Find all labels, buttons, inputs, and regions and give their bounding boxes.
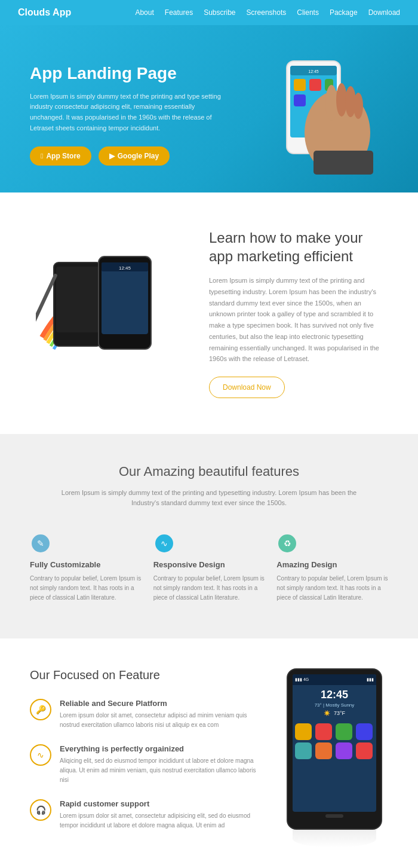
- samsung-screen: ▮▮▮ 4G ▮▮▮ 12:45 73° | Mostly Sunny ☀️ 7…: [293, 674, 376, 812]
- focused-item-reliable: 🔑 Reliable and Secure Platform Lorem ips…: [30, 699, 257, 730]
- samsung-weather: ☀️ 73°F: [293, 708, 376, 719]
- nav-logo: Clouds App: [18, 7, 71, 18]
- hero-phone-illustration: 12:45: [233, 55, 400, 175]
- app-icon-8: [356, 742, 373, 759]
- hero-section: App Landing Page Lorem Ipsum is simply d…: [0, 25, 418, 192]
- hero-buttons:  App Store ▶ Google Play: [30, 146, 221, 166]
- phone-reflection: [293, 830, 376, 848]
- app-icon-6: [315, 742, 332, 759]
- focused-item-organized: ∿ Everything is perfectly orgainized Ali…: [30, 744, 257, 785]
- svg-rect-15: [314, 151, 373, 175]
- app-icon-1: [295, 723, 312, 740]
- samsung-phone: ▮▮▮ 4G ▮▮▮ 12:45 73° | Mostly Sunny ☀️ 7…: [287, 668, 382, 830]
- focused-title: Our Focused on Feature: [30, 668, 257, 682]
- samsung-app-grid: [293, 719, 376, 764]
- feature-text-3: Contrary to popular belief, Lorem Ipsum …: [276, 574, 388, 603]
- learn-illustration: 12:45: [30, 247, 185, 379]
- nav-subscribe[interactable]: Subscribe: [204, 8, 235, 17]
- features-section: Our Amazing beautiful features Lorem Ips…: [0, 434, 418, 638]
- focused-content: Our Focused on Feature 🔑 Reliable and Se…: [30, 668, 257, 845]
- feature-text-1: Contrary to popular belief, Lorem Ipsum …: [30, 574, 142, 603]
- battery-indicator: ▮▮▮: [367, 677, 374, 682]
- learn-title: Learn how to make your app marketing eff…: [209, 228, 388, 265]
- navigation: Clouds App About Features Subscribe Scre…: [0, 0, 418, 25]
- feature-icon-pencil: ✎: [30, 533, 51, 554]
- weather-icon: ☀️: [324, 710, 330, 716]
- samsung-date: 73° | Mostly Sunny: [293, 702, 376, 708]
- recycle-icon: ♻: [278, 534, 296, 552]
- feature-title-2: Responsive Design: [153, 560, 265, 569]
- feature-item-amazing: ♻ Amazing Design Contrary to popular bel…: [276, 533, 388, 603]
- googleplay-label: Google Play: [118, 152, 159, 160]
- app-icon-4: [356, 723, 373, 740]
- svg-text:12:45: 12:45: [308, 69, 319, 74]
- feature-item-responsive: ∿ Responsive Design Contrary to popular …: [153, 533, 265, 603]
- appstore-label: App Store: [46, 152, 80, 160]
- focused-phone: ▮▮▮ 4G ▮▮▮ 12:45 73° | Mostly Sunny ☀️ 7…: [281, 668, 388, 848]
- feature-title-3: Amazing Design: [276, 560, 388, 569]
- focused-desc-3: Lorem ipsum dolor sit amet, consectetur …: [60, 811, 257, 830]
- feature-text-2: Contrary to popular belief, Lorem Ipsum …: [153, 574, 265, 603]
- nav-clients[interactable]: Clients: [297, 8, 319, 17]
- focused-text-organized: Everything is perfectly orgainized Aliqi…: [60, 744, 257, 785]
- focused-text-support: Rapid customer support Lorem ipsum dolor…: [60, 799, 257, 830]
- apple-icon: : [41, 152, 43, 160]
- samsung-home-button: [325, 814, 343, 818]
- nav-about[interactable]: About: [135, 8, 153, 17]
- feature-icon-recycle: ♻: [276, 533, 298, 554]
- hero-text: App Landing Page Lorem Ipsum is simply d…: [30, 64, 221, 166]
- focused-desc-2: Aliqicing elit, sed do eiusmod tempor in…: [60, 756, 257, 785]
- focused-text-reliable: Reliable and Secure Platform Lorem ipsum…: [60, 699, 257, 730]
- focused-item-support: 🎧 Rapid customer support Lorem ipsum dol…: [30, 799, 257, 830]
- nav-download[interactable]: Download: [368, 8, 400, 17]
- nav-links: About Features Subscribe Screenshots Cli…: [135, 8, 400, 17]
- hero-description: Lorem Ipsum is simply dummy text of the …: [30, 91, 221, 133]
- app-icon-7: [336, 742, 352, 759]
- svg-point-11: [325, 85, 337, 121]
- focused-section: Our Focused on Feature 🔑 Reliable and Se…: [0, 638, 418, 868]
- key-icon: 🔑: [30, 699, 51, 720]
- svg-rect-5: [309, 79, 321, 91]
- wifi-icon: ∿: [155, 534, 173, 552]
- focused-title-1: Reliable and Secure Platform: [60, 699, 257, 708]
- headset-icon: 🎧: [30, 799, 51, 821]
- svg-rect-4: [294, 79, 306, 91]
- pencil-icon: ✎: [32, 534, 50, 552]
- feature-item-customizable: ✎ Fully Customizable Contrary to popular…: [30, 533, 142, 603]
- focused-title-3: Rapid customer support: [60, 799, 257, 808]
- svg-text:12:45: 12:45: [119, 265, 131, 271]
- learn-phones: 12:45: [36, 253, 179, 373]
- signal-indicator: ▮▮▮ 4G: [295, 677, 309, 682]
- hero-title: App Landing Page: [30, 64, 221, 83]
- feature-icon-wifi: ∿: [153, 533, 175, 554]
- app-icon-2: [315, 723, 332, 740]
- svg-rect-18: [56, 267, 99, 332]
- learn-content: Learn how to make your app marketing eff…: [209, 228, 388, 398]
- svg-rect-7: [294, 94, 306, 106]
- appstore-button[interactable]:  App Store: [30, 146, 91, 166]
- nav-package[interactable]: Package: [330, 8, 358, 17]
- feature-title-1: Fully Customizable: [30, 560, 142, 569]
- googleplay-button[interactable]: ▶ Google Play: [99, 146, 170, 166]
- focused-desc-1: Lorem ipsum dolor sit amet, consectetur …: [60, 711, 257, 730]
- features-description: Lorem Ipsum is simply dummy text of the …: [60, 488, 358, 509]
- nav-features[interactable]: Features: [165, 8, 193, 17]
- learn-description: Lorem Ipsum is simply dummy text of the …: [209, 275, 388, 365]
- focused-title-2: Everything is perfectly orgainized: [60, 744, 257, 753]
- nav-screenshots[interactable]: Screenshots: [247, 8, 287, 17]
- svg-point-14: [354, 93, 363, 119]
- app-icon-5: [295, 742, 312, 759]
- learn-section: 12:45 Learn how to make your app marketi…: [0, 192, 418, 434]
- weather-temp: 73°F: [334, 710, 345, 716]
- wifi-focused-icon: ∿: [30, 744, 51, 766]
- download-button[interactable]: Download Now: [209, 377, 285, 398]
- features-grid: ✎ Fully Customizable Contrary to popular…: [30, 533, 388, 603]
- svg-rect-20: [102, 262, 148, 334]
- samsung-time: 12:45: [293, 685, 376, 702]
- samsung-status-bar: ▮▮▮ 4G ▮▮▮: [293, 674, 376, 685]
- play-icon: ▶: [109, 152, 115, 160]
- app-icon-3: [336, 723, 352, 740]
- features-title: Our Amazing beautiful features: [30, 464, 388, 479]
